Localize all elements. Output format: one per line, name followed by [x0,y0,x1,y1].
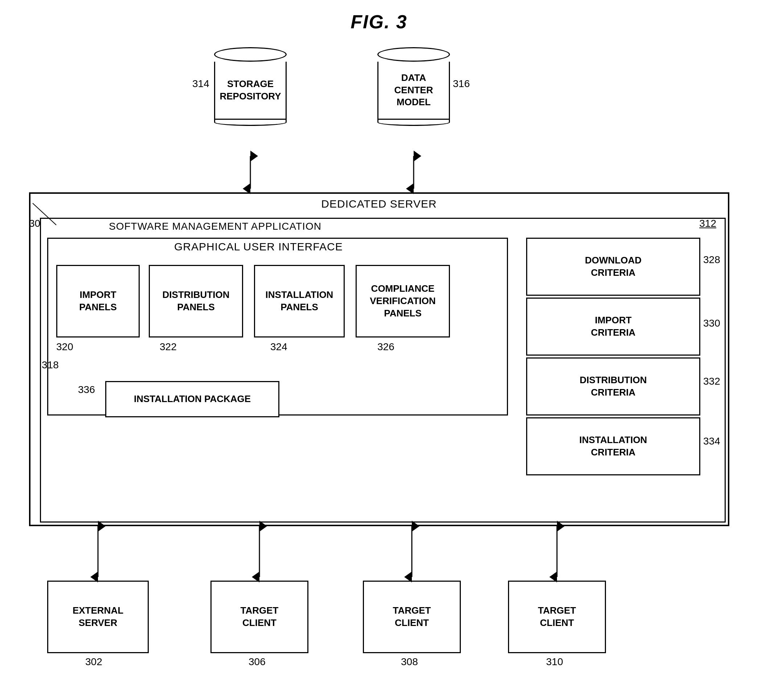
ref-312: 312 [699,218,716,229]
diagram: FIG. 3 STORAGE REPOSITORY DATA CENTER MO… [0,0,758,700]
ref-328: 328 [703,254,720,266]
import-criteria-box: IMPORT CRITERIA [526,298,700,356]
cylinder-body-dcm: DATA CENTER MODEL [377,62,450,120]
distribution-criteria-box: DISTRIBUTION CRITERIA [526,358,700,416]
installation-criteria-box: INSTALLATION CRITERIA [526,417,700,475]
ref-326: 326 [377,341,394,353]
ref-336: 336 [78,384,95,395]
cylinder-bottom-dcm [377,119,450,126]
cylinder-top-sr [214,47,287,62]
installation-package-box: INSTALLATION PACKAGE [105,381,280,417]
sma-label: SOFTWARE MANAGEMENT APPLICATION [109,220,322,232]
ref-330: 330 [703,317,720,329]
ref-302: 302 [85,656,102,668]
ref-320: 320 [56,341,73,353]
compliance-panels-box: COMPLIANCE VERIFICATION PANELS [356,265,450,338]
ref-310: 310 [546,656,563,668]
external-server-box: EXTERNAL SERVER [47,581,149,653]
installation-panels-box: INSTALLATION PANELS [254,265,345,338]
data-center-model-cylinder: DATA CENTER MODEL [377,47,450,126]
import-panels-box: IMPORT PANELS [56,265,140,338]
figure-title: FIG. 3 [350,11,407,33]
target-client-3-box: TARGET CLIENT [508,581,606,653]
ref-324: 324 [270,341,288,353]
ref-314: 314 [192,78,209,90]
ref-306: 306 [248,656,266,668]
ref-334: 334 [703,436,720,447]
gui-label: GRAPHICAL USER INTERFACE [174,241,343,253]
ref-322: 322 [159,341,177,353]
ref-316: 316 [453,78,470,90]
cylinder-bottom-sr [214,119,287,126]
cylinder-top-dcm [377,47,450,62]
target-client-1-box: TARGET CLIENT [211,581,308,653]
ref-308: 308 [401,656,418,668]
ref-318: 318 [42,359,59,371]
storage-repository-cylinder: STORAGE REPOSITORY [214,47,287,126]
cylinder-body-sr: STORAGE REPOSITORY [214,62,287,120]
download-criteria-box: DOWNLOAD CRITERIA [526,238,700,296]
distribution-panels-box: DISTRIBUTION PANELS [149,265,243,338]
dedicated-server-label: DEDICATED SERVER [321,198,436,210]
ref-332: 332 [703,376,720,387]
target-client-2-box: TARGET CLIENT [363,581,461,653]
